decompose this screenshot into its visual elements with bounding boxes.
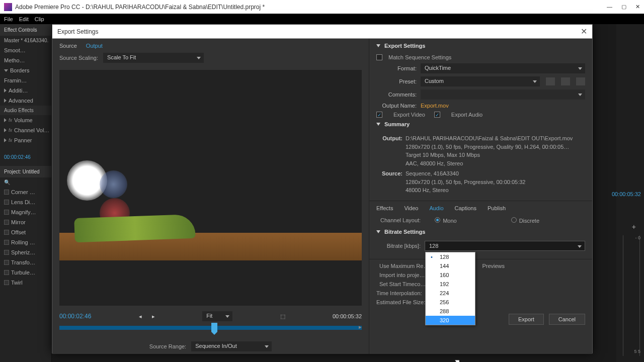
tab-audio[interactable]: Audio bbox=[429, 205, 443, 211]
source-range-dropdown[interactable]: Sequence In/Out bbox=[191, 341, 272, 351]
search-input[interactable]: 🔍 bbox=[0, 177, 51, 187]
source-output-tabs: Source Output bbox=[52, 39, 369, 51]
dialog-close-button[interactable]: ✕ bbox=[581, 27, 587, 36]
time-interpolation-label: Time Interpolation: bbox=[376, 290, 422, 296]
project-panel-header: Project: Untitled bbox=[0, 166, 51, 177]
format-label: Format: bbox=[376, 65, 417, 71]
bin-item[interactable]: Transfo… bbox=[0, 257, 51, 267]
scrub-bar[interactable]: ◂ ▸ bbox=[52, 324, 369, 339]
close-button[interactable]: ✕ bbox=[635, 4, 640, 10]
preview-pane: Source Output Source Scaling: Scale To F… bbox=[52, 39, 369, 354]
preset-dropdown[interactable]: Custom bbox=[421, 76, 540, 86]
workspace: Effect Controls Master * 416A3340. Smoot… bbox=[0, 24, 644, 362]
effect-row[interactable]: Additi… bbox=[0, 85, 51, 96]
export-settings-header[interactable]: Export Settings bbox=[369, 39, 592, 53]
aspect-button[interactable]: ⬚ bbox=[280, 313, 285, 320]
app-titlebar: Adobe Premiere Pro CC - D:\RAHUL PARIHAR… bbox=[0, 0, 644, 14]
bitrate-option[interactable]: 288 bbox=[426, 307, 475, 316]
minimize-button[interactable]: — bbox=[607, 4, 612, 10]
current-timecode[interactable]: 00:00:02:46 bbox=[59, 313, 91, 320]
bin-item[interactable]: Offset bbox=[0, 227, 51, 237]
mono-radio[interactable] bbox=[435, 217, 440, 223]
effect-row[interactable]: Framin… bbox=[0, 75, 51, 85]
chevron-right-icon bbox=[4, 99, 7, 103]
import-preset-button[interactable] bbox=[561, 77, 570, 85]
bin-icon bbox=[4, 200, 9, 205]
tab-video[interactable]: Video bbox=[404, 205, 418, 211]
bin-icon bbox=[4, 210, 9, 215]
menu-edit[interactable]: Edit bbox=[19, 16, 29, 22]
bitrate-option[interactable]: 144 bbox=[426, 261, 475, 270]
step-back-button[interactable]: ◂ bbox=[139, 313, 142, 320]
bin-icon bbox=[4, 250, 9, 255]
bin-item[interactable]: Lens Di… bbox=[0, 197, 51, 207]
tab-publish[interactable]: Publish bbox=[488, 205, 506, 211]
bin-item[interactable]: Magnify… bbox=[0, 207, 51, 217]
fx-row[interactable]: fxChannel Vol… bbox=[0, 125, 51, 135]
bin-icon bbox=[4, 230, 9, 235]
effect-row[interactable]: Advanced bbox=[0, 96, 51, 106]
comments-input[interactable] bbox=[421, 89, 585, 100]
chevron-right-icon bbox=[4, 128, 7, 132]
effect-row[interactable]: Smoot… bbox=[0, 45, 51, 55]
effect-row[interactable]: Metho… bbox=[0, 55, 51, 65]
chevron-down-icon bbox=[4, 69, 8, 72]
bin-item[interactable]: Rolling … bbox=[0, 237, 51, 247]
premiere-logo-icon bbox=[4, 3, 12, 11]
tab-source[interactable]: Source bbox=[59, 43, 77, 49]
estimated-file-size-label: Estimated File Size: bbox=[376, 299, 425, 305]
bitrate-option[interactable]: 192 bbox=[426, 280, 475, 289]
bitrate-option[interactable]: 320 bbox=[426, 316, 475, 325]
fit-dropdown[interactable]: Fit bbox=[202, 311, 232, 321]
maximize-button[interactable]: ▢ bbox=[621, 4, 626, 10]
menu-file[interactable]: File bbox=[4, 16, 13, 22]
summary-block: Output:D:\RAHUL PARIHARACODU\Faizal & Sa… bbox=[369, 131, 592, 198]
add-track-button[interactable]: + bbox=[632, 223, 636, 231]
effect-row[interactable]: Borders bbox=[0, 65, 51, 75]
preview-subject bbox=[74, 216, 195, 240]
bin-icon bbox=[4, 220, 9, 225]
output-name-link[interactable]: Export.mov bbox=[421, 103, 449, 109]
chevron-down-icon bbox=[376, 230, 380, 233]
bin-item[interactable]: Mirror bbox=[0, 217, 51, 227]
bitrate-option[interactable]: 160 bbox=[426, 270, 475, 280]
dialog-titlebar[interactable]: Export Settings ✕ bbox=[52, 25, 592, 39]
bin-icon bbox=[4, 190, 9, 195]
fx-row[interactable]: fxPanner bbox=[0, 135, 51, 145]
transport-bar: 00:00:02:46 ◂ ▸ Fit ⬚ 00:00:05:32 bbox=[52, 309, 369, 324]
bin-item[interactable]: Spheriz… bbox=[0, 247, 51, 257]
bitrate-dropdown[interactable]: 128 bbox=[425, 241, 585, 251]
tab-effects[interactable]: Effects bbox=[376, 205, 393, 211]
delete-preset-button[interactable] bbox=[576, 77, 585, 85]
end-timecode: 00:00:05:32 bbox=[333, 313, 362, 319]
menu-clip[interactable]: Clip bbox=[35, 16, 44, 22]
export-button[interactable]: Export bbox=[509, 314, 544, 325]
tab-captions[interactable]: Captions bbox=[455, 205, 476, 211]
chevron-right-icon bbox=[4, 88, 7, 93]
export-video-checkbox[interactable] bbox=[376, 112, 382, 118]
playhead[interactable] bbox=[211, 323, 217, 332]
step-forward-button[interactable]: ▸ bbox=[152, 313, 155, 320]
fx-row[interactable]: fxVolume bbox=[0, 115, 51, 125]
bin-item[interactable]: Turbule… bbox=[0, 267, 51, 278]
video-preview[interactable] bbox=[59, 70, 362, 306]
bitrate-option[interactable]: 128 bbox=[426, 252, 475, 261]
discrete-radio[interactable] bbox=[511, 217, 517, 223]
bin-item[interactable]: Twirl bbox=[0, 278, 51, 288]
bitrate-option[interactable]: 256 bbox=[426, 298, 475, 307]
bitrate-option[interactable]: 224 bbox=[426, 289, 475, 298]
cancel-button[interactable]: Cancel bbox=[549, 314, 585, 325]
tab-output[interactable]: Output bbox=[86, 43, 103, 49]
bitrate-header[interactable]: Bitrate Settings bbox=[369, 227, 592, 239]
export-tabs: Effects Video Audio Captions Publish bbox=[369, 201, 592, 214]
source-scaling-dropdown[interactable]: Scale To Fit bbox=[103, 53, 204, 63]
export-audio-checkbox[interactable] bbox=[434, 112, 440, 118]
dialog-buttons: Metadata… Export Cancel bbox=[369, 309, 592, 330]
match-sequence-checkbox[interactable] bbox=[376, 54, 382, 60]
save-preset-button[interactable] bbox=[546, 77, 555, 85]
chevron-right-icon bbox=[4, 138, 7, 142]
bin-item[interactable]: Corner … bbox=[0, 187, 51, 197]
summary-header[interactable]: Summary bbox=[369, 119, 592, 131]
format-dropdown[interactable]: QuickTime bbox=[421, 63, 585, 73]
audio-meter: - 0 5 5 bbox=[623, 235, 640, 356]
